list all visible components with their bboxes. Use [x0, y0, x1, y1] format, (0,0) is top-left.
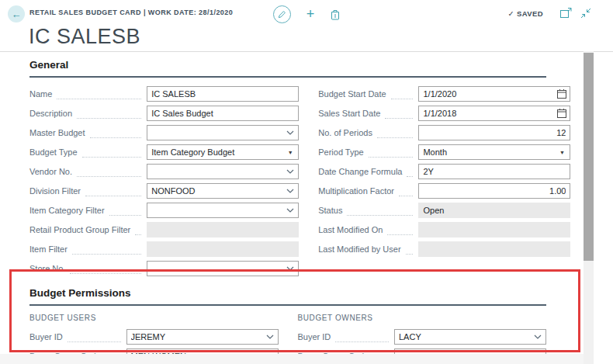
field-label: Status [318, 206, 342, 215]
calendar-icon[interactable] [554, 87, 570, 101]
division-filter-input-box [147, 183, 299, 199]
no-of-periods-input[interactable] [419, 126, 570, 140]
users-buyer-id-input[interactable] [127, 330, 262, 344]
field-row-sales-start-date: Sales Start Date [318, 106, 570, 121]
dotted-leader [68, 336, 121, 342]
field-label: Last Modified by User [318, 244, 400, 254]
name-input[interactable] [147, 87, 298, 101]
collapse-button[interactable] [580, 8, 593, 20]
chevron-down-icon[interactable] [282, 203, 298, 217]
last-modified-on-field [418, 222, 570, 237]
field-label: Buyer ID [29, 332, 63, 341]
field-label: Period Type [318, 147, 364, 157]
status-field: Open [418, 203, 570, 218]
item-category-filter-input[interactable] [147, 203, 282, 217]
budget-type-value: Item Category Budget [147, 145, 282, 159]
field-label: Multiplication Factor [318, 186, 394, 196]
delete-button[interactable] [328, 5, 342, 23]
popout-button[interactable] [560, 8, 573, 20]
field-label: Buyer ID [298, 332, 331, 341]
item-filter-field [147, 241, 299, 257]
dotted-leader [391, 93, 414, 99]
field-row-multiplication-factor: Multiplication Factor [318, 183, 570, 199]
field-label: Item Filter [29, 244, 68, 254]
sales-start-date-input[interactable] [419, 106, 554, 120]
header-divider [0, 51, 613, 52]
field-row-no-of-periods: No. of Periods [318, 125, 570, 140]
edit-button[interactable] [273, 5, 291, 23]
page-title: IC SALESB [29, 25, 140, 49]
description-input-box [147, 106, 299, 121]
division-filter-input[interactable] [147, 184, 282, 198]
multiplication-factor-input[interactable] [419, 184, 570, 198]
dotted-leader [57, 93, 141, 99]
chevron-down-icon[interactable] [282, 184, 298, 198]
top-action-bar: ← RETAIL SALES BUDGET CARD | WORK DATE: … [0, 0, 613, 28]
check-icon: ✓ [508, 9, 514, 18]
chevron-down-icon[interactable] [282, 262, 298, 276]
budget-permissions-section: Budget Permissions BUDGET USERS Buyer ID… [29, 287, 546, 364]
save-status: ✓SAVED [508, 9, 543, 18]
budget-type-select[interactable]: Item Category Budget ▼ [147, 144, 299, 160]
master-budget-input[interactable] [147, 126, 282, 140]
date-change-formula-input[interactable] [419, 165, 570, 179]
field-row-division-filter: Division Filter [29, 183, 299, 199]
calendar-icon[interactable] [554, 106, 570, 120]
field-row-last-modified-on: Last Modified On [318, 222, 570, 237]
dotted-leader [135, 229, 141, 235]
field-label: Division Filter [29, 186, 81, 196]
budget-owners-title: BUDGET OWNERS [298, 314, 547, 322]
description-input[interactable] [147, 106, 298, 120]
field-label: Vendor No. [29, 167, 72, 176]
section-header-budget-permissions[interactable]: Budget Permissions [29, 287, 546, 306]
store-no-input[interactable] [147, 262, 282, 276]
budget-start-date-input[interactable] [419, 87, 554, 101]
owners-buyer-id-input[interactable] [395, 330, 530, 344]
dotted-leader [399, 190, 413, 196]
dotted-leader [109, 210, 142, 216]
no-of-periods-input-box [418, 125, 570, 140]
vendor-no-input[interactable] [147, 165, 282, 179]
dotted-leader [70, 268, 141, 274]
field-row-item-category-filter: Item Category Filter [29, 203, 299, 218]
chevron-down-icon[interactable] [282, 165, 298, 179]
master-budget-input-box [147, 125, 299, 140]
breadcrumb[interactable]: RETAIL SALES BUDGET CARD | WORK DATE: 28… [29, 9, 233, 16]
last-modified-by-user-field [418, 241, 570, 257]
period-type-select[interactable]: Month ▼ [418, 144, 570, 160]
dotted-leader [72, 248, 141, 255]
back-arrow-icon: ← [12, 9, 22, 20]
section-header-general[interactable]: General [29, 59, 546, 78]
chevron-down-icon[interactable] [282, 126, 298, 140]
new-button[interactable]: + [303, 5, 318, 23]
card-content: General Name Description Master Budget [29, 59, 546, 364]
field-row-date-change-formula: Date Change Formula [318, 164, 570, 179]
collapse-arrows-icon [580, 8, 593, 19]
budget-start-date-input-box [418, 86, 570, 102]
general-left-column: Name Description Master Budget Budget Ty… [29, 86, 299, 280]
field-label: Date Change Formula [318, 167, 402, 176]
save-status-label: SAVED [517, 9, 543, 18]
field-label: No. of Periods [318, 128, 372, 137]
general-fields-grid: Name Description Master Budget Budget Ty… [29, 86, 546, 280]
status-value: Open [419, 203, 570, 217]
trash-icon [331, 9, 340, 20]
chevron-down-icon[interactable] [530, 330, 545, 344]
field-label: Item Category Filter [29, 206, 105, 215]
dotted-leader [77, 171, 141, 177]
field-label: Master Budget [29, 128, 85, 137]
sales-start-date-input-box [418, 106, 570, 121]
field-row-master-budget: Master Budget [29, 125, 299, 140]
scrollbar-thumb[interactable] [584, 53, 594, 261]
dotted-leader [377, 132, 414, 138]
dotted-leader [335, 336, 389, 342]
dotted-leader [407, 171, 413, 177]
dotted-leader [77, 113, 141, 119]
budget-card-page: ← RETAIL SALES BUDGET CARD | WORK DATE: … [0, 0, 613, 364]
back-button[interactable]: ← [8, 5, 25, 23]
chevron-down-icon[interactable] [262, 330, 278, 344]
retail-product-group-filter-value [147, 223, 298, 237]
vendor-no-input-box [147, 164, 299, 179]
field-row-status: Status Open [318, 203, 570, 218]
dotted-leader [347, 210, 413, 216]
